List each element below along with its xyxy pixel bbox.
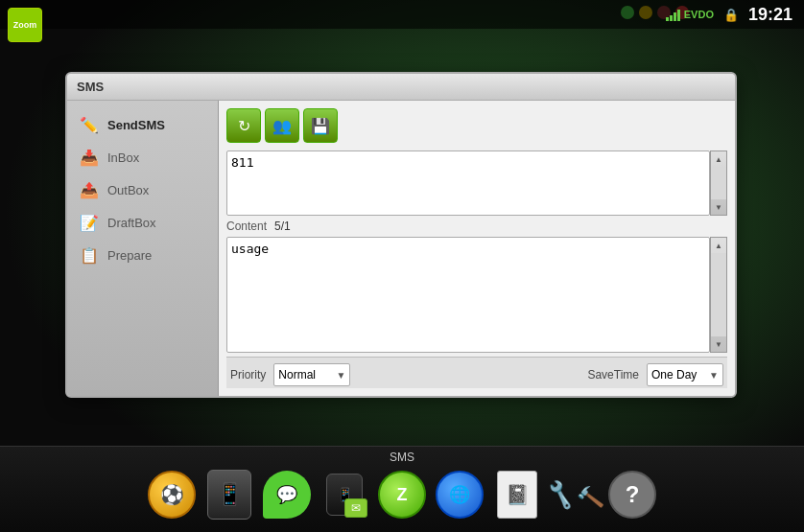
sms-window: SMS ✏️ SendSMS 📥 InBox 📤 OutBox 📝 DraftB… [65, 72, 737, 398]
bottom-controls: Priority Normal ▼ SaveTime One Day ▼ [226, 357, 727, 388]
savetime-label: SaveTime [587, 368, 639, 382]
signal-area: EVDO [666, 8, 714, 21]
phone-icon: 📱 [217, 482, 243, 507]
taskbar-label: SMS [390, 451, 414, 464]
help-icon: ? [608, 471, 656, 519]
priority-section: Priority Normal ▼ [230, 363, 350, 386]
savetime-section: SaveTime One Day ▼ [587, 363, 723, 386]
signal-bars [666, 8, 680, 21]
evdo-label: EVDO [684, 9, 714, 20]
sendsms-label: SendSMS [107, 118, 165, 132]
sidebar-item-draftbox[interactable]: 📝 DraftBox [67, 206, 218, 239]
bar1 [666, 17, 669, 21]
refresh-button[interactable]: ↻ [226, 108, 261, 143]
taskbar: SMS ⚽ 📱 💬 📱 ✉ [0, 446, 804, 532]
content-count: 5/1 [274, 220, 291, 233]
bar4 [677, 10, 680, 21]
migrate-icon: 🌐 [436, 471, 484, 519]
scroll-down-arrow: ▼ [711, 199, 726, 215]
sidebar-item-inbox[interactable]: 📥 InBox [67, 141, 218, 173]
envelope-icon: ✉ [351, 501, 361, 515]
savetime-value: One Day [651, 368, 697, 382]
priority-value: Normal [278, 368, 316, 382]
bar3 [674, 12, 676, 21]
chat-bubble: 💬 [263, 471, 311, 519]
savetime-dropdown[interactable]: One Day ▼ [647, 363, 723, 386]
to-input[interactable]: 811 [226, 150, 710, 216]
sms-toolbar: ↻ 👥 💾 [226, 108, 727, 147]
sms-window-title: SMS [77, 80, 104, 94]
outbox-label: OutBox [107, 183, 149, 197]
notebook-icon: 📓 [497, 471, 537, 519]
sms-main-content: ↻ 👥 💾 811 ▲ ▼ Content [219, 101, 735, 396]
wrench-icon: 🔧 [543, 478, 578, 512]
prepare-label: Prepare [107, 248, 152, 263]
notebook-symbol: 📓 [506, 483, 530, 506]
save-button[interactable]: 💾 [303, 108, 338, 143]
contacts-button[interactable]: 👥 [265, 108, 299, 143]
savetime-dropdown-arrow: ▼ [709, 370, 719, 381]
clock: 19:21 [748, 5, 792, 25]
zerotier-z: Z [397, 485, 408, 505]
zerotier-icon: Z [378, 471, 426, 519]
globe-icon: 🌐 [449, 484, 470, 505]
ball-dots: ⚽ [160, 483, 184, 506]
status-bar: EVDO 🔒 19:21 [0, 0, 804, 29]
message-scrollbar: ▲ ▼ [710, 237, 727, 353]
sms-title-bar: SMS [67, 74, 735, 101]
migrate-dock-icon[interactable]: 🌐 [435, 470, 485, 520]
notebook-dock-icon[interactable]: 📓 [492, 470, 542, 520]
settings-icon: 🔧 🔨 [547, 478, 603, 511]
sms-icon-wrap: 📱 ✉ [319, 470, 369, 520]
help-dock-icon[interactable]: ? [607, 470, 657, 520]
message-area-wrapper: usage ▲ ▼ [226, 237, 727, 353]
refresh-icon: ↻ [238, 117, 250, 135]
sms-envelope: ✉ [344, 498, 367, 518]
to-scrollbar: ▲ ▼ [710, 150, 727, 216]
inbox-label: InBox [107, 150, 139, 165]
lock-icon: 🔒 [723, 8, 739, 22]
settings-dock-icon[interactable]: 🔧 🔨 [550, 470, 600, 520]
apps-dock-icon[interactable]: ⚽ [147, 470, 197, 520]
priority-dropdown-arrow: ▼ [336, 370, 345, 381]
msg-scroll-down: ▼ [711, 336, 726, 352]
msg-scroll-track [711, 253, 726, 336]
content-label: Content [226, 220, 267, 233]
content-label-row: Content 5/1 [226, 220, 727, 233]
scroll-track [711, 167, 726, 199]
bar2 [670, 15, 673, 21]
sms-dock-icon[interactable]: 📱 ✉ [319, 470, 369, 520]
phone-body: 📱 [207, 470, 251, 520]
scroll-up-arrow: ▲ [711, 151, 726, 167]
draftbox-icon: 📝 [79, 214, 100, 231]
save-icon: 💾 [311, 117, 330, 135]
priority-dropdown[interactable]: Normal ▼ [273, 363, 350, 386]
sidebar-item-prepare[interactable]: 📋 Prepare [67, 239, 218, 271]
msg-scroll-up: ▲ [711, 238, 726, 253]
to-field-wrapper: 811 ▲ ▼ [226, 150, 727, 216]
chat-dock-icon[interactable]: 💬 [262, 470, 312, 520]
outbox-icon: 📤 [79, 181, 100, 198]
sms-body: ✏️ SendSMS 📥 InBox 📤 OutBox 📝 DraftBox 📋… [67, 101, 735, 396]
taskbar-icons: ⚽ 📱 💬 📱 ✉ [147, 466, 657, 523]
zerotier-dock-icon[interactable]: Z [377, 470, 427, 520]
draftbox-label: DraftBox [107, 216, 156, 230]
contacts-icon: 👥 [272, 117, 292, 135]
chat-icon: 💬 [276, 484, 297, 505]
message-input[interactable]: usage [226, 237, 710, 353]
screwdriver-icon: 🔨 [575, 484, 604, 513]
sendsms-icon: ✏️ [79, 116, 100, 133]
phone-dock-icon[interactable]: 📱 [204, 470, 254, 520]
apps-ball: ⚽ [148, 471, 196, 519]
sms-sidebar: ✏️ SendSMS 📥 InBox 📤 OutBox 📝 DraftBox 📋… [67, 101, 219, 396]
sidebar-item-outbox[interactable]: 📤 OutBox [67, 173, 218, 206]
zoom-logo: Zoom [8, 8, 42, 42]
sidebar-item-sendsms[interactable]: ✏️ SendSMS [67, 108, 218, 141]
inbox-icon: 📥 [79, 149, 100, 166]
prepare-icon: 📋 [79, 246, 100, 264]
priority-label: Priority [230, 368, 266, 382]
